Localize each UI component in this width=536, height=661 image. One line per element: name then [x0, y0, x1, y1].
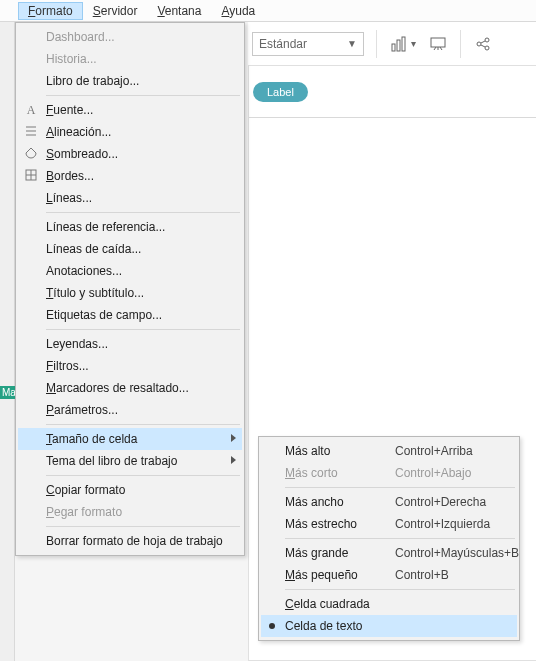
- chevron-down-icon: ▼: [347, 38, 357, 49]
- menu-item[interactable]: Filtros...: [18, 355, 242, 377]
- submenu-item-label: Más pequeño: [285, 568, 395, 582]
- submenu-item: Más cortoControl+Abajo: [261, 462, 517, 484]
- submenu-item-label: Más corto: [285, 466, 395, 480]
- menu-item[interactable]: Leyendas...: [18, 333, 242, 355]
- menu-item-label: Borrar formato de hoja de trabajo: [46, 534, 223, 548]
- menu-separator: [285, 538, 515, 539]
- submenu-item-accelerator: Control+B: [395, 568, 449, 582]
- menubar-item-servidor[interactable]: Servidor: [83, 2, 148, 20]
- menu-item[interactable]: Tema del libro de trabajo: [18, 450, 242, 472]
- submenu-item[interactable]: Celda de texto: [261, 615, 517, 637]
- menu-item[interactable]: Bordes...: [18, 165, 242, 187]
- cell-size-submenu: Más altoControl+ArribaMás cortoControl+A…: [258, 436, 520, 641]
- align-icon: [24, 125, 38, 139]
- menu-item[interactable]: Título y subtítulo...: [18, 282, 242, 304]
- menu-item-label: Anotaciones...: [46, 264, 122, 278]
- submenu-item[interactable]: Más estrechoControl+Izquierda: [261, 513, 517, 535]
- menu-item-label: Tamaño de celda: [46, 432, 137, 446]
- submenu-item-accelerator: Control+Arriba: [395, 444, 473, 458]
- menu-item: Dashboard...: [18, 26, 242, 48]
- menu-item-label: Líneas de caída...: [46, 242, 141, 256]
- svg-rect-2: [402, 37, 405, 51]
- submenu-item-label: Más alto: [285, 444, 395, 458]
- menu-item[interactable]: Alineación...: [18, 121, 242, 143]
- chevron-down-icon[interactable]: ▾: [411, 38, 416, 49]
- menu-item[interactable]: Anotaciones...: [18, 260, 242, 282]
- submenu-item-label: Más grande: [285, 546, 395, 560]
- fit-dropdown[interactable]: Estándar ▼: [252, 32, 364, 56]
- menu-item-label: Marcadores de resaltado...: [46, 381, 189, 395]
- menu-item[interactable]: Copiar formato: [18, 479, 242, 501]
- font-icon: A: [24, 103, 38, 117]
- menu-item[interactable]: Parámetros...: [18, 399, 242, 421]
- submenu-item[interactable]: Más grandeControl+Mayúsculas+B: [261, 542, 517, 564]
- menu-item-label: Pegar formato: [46, 505, 122, 519]
- svg-point-6: [485, 46, 489, 50]
- submenu-item-accelerator: Control+Izquierda: [395, 517, 490, 531]
- menu-item-label: Alineación...: [46, 125, 111, 139]
- menu-item[interactable]: Líneas...: [18, 187, 242, 209]
- submenu-item[interactable]: Más altoControl+Arriba: [261, 440, 517, 462]
- menu-item-label: Líneas de referencia...: [46, 220, 165, 234]
- menu-item-label: Sombreado...: [46, 147, 118, 161]
- submenu-item[interactable]: Más anchoControl+Derecha: [261, 491, 517, 513]
- columns-shelf[interactable]: Label: [249, 66, 536, 118]
- menu-item[interactable]: Líneas de referencia...: [18, 216, 242, 238]
- separator: [376, 30, 377, 58]
- menu-item[interactable]: Libro de trabajo...: [18, 70, 242, 92]
- menubar-item-ventana[interactable]: Ventana: [147, 2, 211, 20]
- menu-separator: [46, 424, 240, 425]
- menu-item-label: Parámetros...: [46, 403, 118, 417]
- menu-item[interactable]: Marcadores de resaltado...: [18, 377, 242, 399]
- menu-item-label: Dashboard...: [46, 30, 115, 44]
- menu-separator: [46, 329, 240, 330]
- svg-rect-1: [397, 40, 400, 51]
- menu-item[interactable]: Líneas de caída...: [18, 238, 242, 260]
- menu-item: Pegar formato: [18, 501, 242, 523]
- share-icon[interactable]: [473, 34, 493, 54]
- svg-rect-3: [431, 38, 445, 47]
- menubar: FormatoServidorVentanaAyuda: [0, 0, 536, 22]
- menu-item-label: Líneas...: [46, 191, 92, 205]
- menu-item[interactable]: Sombreado...: [18, 143, 242, 165]
- menu-item[interactable]: Tamaño de celda: [18, 428, 242, 450]
- field-pill-label[interactable]: Label: [253, 82, 308, 102]
- separator: [460, 30, 461, 58]
- menu-item-label: Libro de trabajo...: [46, 74, 139, 88]
- submenu-item[interactable]: Celda cuadrada: [261, 593, 517, 615]
- menu-item-label: Fuente...: [46, 103, 93, 117]
- submenu-item-label: Más estrecho: [285, 517, 395, 531]
- submenu-item-label: Celda de texto: [285, 619, 395, 633]
- grid-icon: [24, 169, 38, 183]
- submenu-arrow-icon: [231, 456, 236, 464]
- menu-item-label: Etiquetas de campo...: [46, 308, 162, 322]
- show-me-icon[interactable]: [389, 34, 409, 54]
- menu-item-label: Leyendas...: [46, 337, 108, 351]
- menu-separator: [46, 475, 240, 476]
- menu-item[interactable]: AFuente...: [18, 99, 242, 121]
- submenu-item-accelerator: Control+Mayúsculas+B: [395, 546, 519, 560]
- menubar-item-formato[interactable]: Formato: [18, 2, 83, 20]
- svg-point-4: [477, 42, 481, 46]
- toolbar: Estándar ▼ ▾: [248, 22, 536, 66]
- menu-item-label: Título y subtítulo...: [46, 286, 144, 300]
- menu-separator: [46, 526, 240, 527]
- menu-item-label: Historia...: [46, 52, 97, 66]
- submenu-item-label: Más ancho: [285, 495, 395, 509]
- menu-separator: [285, 589, 515, 590]
- menu-separator: [285, 487, 515, 488]
- menu-item-label: Copiar formato: [46, 483, 125, 497]
- menu-item-label: Tema del libro de trabajo: [46, 454, 177, 468]
- menu-item-label: Filtros...: [46, 359, 89, 373]
- submenu-item[interactable]: Más pequeñoControl+B: [261, 564, 517, 586]
- menu-item[interactable]: Borrar formato de hoja de trabajo: [18, 530, 242, 552]
- menu-item[interactable]: Etiquetas de campo...: [18, 304, 242, 326]
- format-menu: Dashboard...Historia...Libro de trabajo.…: [15, 22, 245, 556]
- menu-item-label: Bordes...: [46, 169, 94, 183]
- fit-dropdown-label: Estándar: [259, 37, 307, 51]
- svg-rect-0: [392, 44, 395, 51]
- presentation-icon[interactable]: [428, 34, 448, 54]
- submenu-item-accelerator: Control+Derecha: [395, 495, 486, 509]
- menu-item: Historia...: [18, 48, 242, 70]
- menubar-item-ayuda[interactable]: Ayuda: [211, 2, 265, 20]
